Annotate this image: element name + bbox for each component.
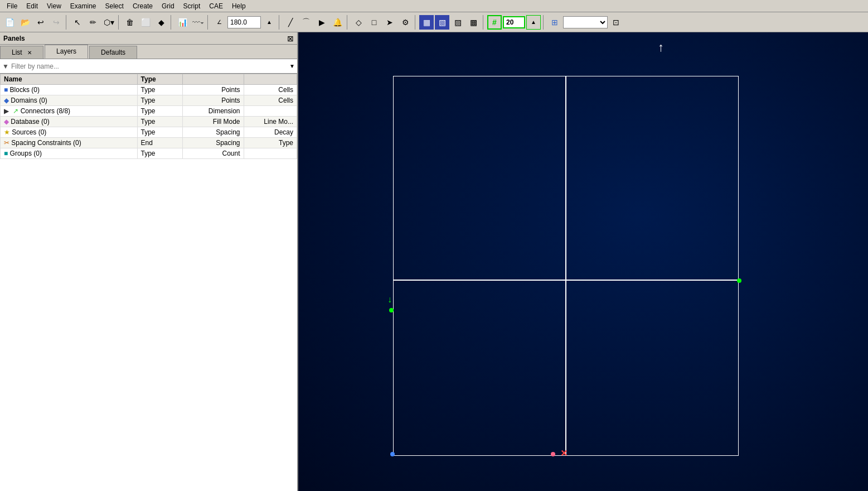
gear-tool[interactable]: ⚙ — [398, 15, 413, 30]
tabs-bar: List ✕ Layers Defaults — [0, 45, 297, 59]
menu-cae[interactable]: CAE — [205, 1, 227, 11]
sep7 — [415, 15, 417, 30]
left-panel: Panels ⊠ List ✕ Layers Defaults ▼ ▼ — [0, 32, 298, 491]
row-type: Type — [137, 106, 183, 117]
zoom-select[interactable]: ⊡ — [609, 15, 623, 30]
row-icon: ■ — [4, 86, 8, 94]
angle-spinner-up[interactable]: ▲ — [262, 15, 277, 30]
blue-corner-dot — [390, 452, 395, 456]
green-down-arrow: ↓ — [387, 295, 392, 305]
diamond2-btn[interactable]: ◇ — [351, 15, 366, 30]
green-vertex-dot — [389, 308, 394, 312]
arrow-tool[interactable]: ➤ — [382, 15, 397, 30]
chart-button[interactable]: 📊 — [175, 15, 190, 30]
menu-edit[interactable]: Edit — [22, 1, 42, 11]
sep8 — [483, 15, 485, 30]
frame-button[interactable]: ⬜ — [138, 15, 153, 30]
table-row[interactable]: ✂ Spacing Constraints (0) End Spacing Ty… — [1, 138, 297, 148]
row-type: Type — [137, 127, 183, 138]
row-icon: ■ — [4, 150, 8, 157]
sep4 — [207, 15, 210, 30]
diamond-button[interactable]: ◆ — [154, 15, 168, 30]
row-name: ✂ Spacing Constraints (0) — [1, 138, 138, 148]
line-tool[interactable]: ╱ — [283, 15, 298, 30]
table-row[interactable]: ★ Sources (0) Type Spacing Decay — [1, 127, 297, 138]
grid-btn1[interactable]: ▦ — [419, 15, 434, 30]
row-col3: Points — [183, 85, 244, 95]
row-col3: Spacing — [183, 138, 244, 148]
pointer-tool[interactable]: ▶ — [314, 15, 329, 30]
select-button[interactable]: ↖ — [70, 15, 85, 30]
row-col4 — [244, 106, 297, 117]
table-row[interactable]: ◆ Database (0) Type Fill Mode Line Mo... — [1, 117, 297, 127]
wave-button[interactable]: 〰▾ — [191, 15, 205, 30]
square-tool[interactable]: □ — [367, 15, 381, 30]
tab-list-close[interactable]: ✕ — [27, 50, 32, 56]
row-col4: Line Mo... — [244, 117, 297, 127]
bell-tool[interactable]: 🔔 — [330, 15, 345, 30]
grid-btn2[interactable]: ▧ — [435, 15, 449, 30]
angle-display: ∠ — [212, 15, 226, 30]
canvas-viewport[interactable]: ↑ ↓ ✕ — [298, 32, 868, 491]
row-col3: Dimension — [183, 106, 244, 117]
sep3 — [171, 15, 173, 30]
tab-layers[interactable]: Layers — [45, 45, 88, 59]
zoom-fit[interactable]: ⊞ — [547, 15, 562, 30]
toolbar: 📄 📂 ↩ ↪ ↖ ✏ ⬡▾ 🗑 ⬜ ◆ 📊 〰▾ ∠ 180.0 ▲ ╱ ⌒ … — [0, 12, 868, 32]
menu-help[interactable]: Help — [227, 1, 250, 11]
col-4 — [244, 74, 297, 85]
menu-create[interactable]: Create — [128, 1, 157, 11]
row-col3: Spacing — [183, 127, 244, 138]
menu-script[interactable]: Script — [179, 1, 205, 11]
row-icon: ◆ — [4, 118, 9, 126]
table-row[interactable]: ▶ ↗ Connectors (8/8) Type Dimension — [1, 106, 297, 117]
panels-close-button[interactable]: ⊠ — [287, 34, 294, 43]
row-col4 — [244, 148, 297, 159]
row-name: ★ Sources (0) — [1, 127, 138, 138]
list-container: Name Type ■ Blocks (0) Type Point — [0, 74, 297, 491]
table-row[interactable]: ◆ Domains (0) Type Points Cells — [1, 95, 297, 106]
col-type: Type — [137, 74, 183, 85]
filter-input[interactable] — [11, 62, 289, 70]
filter-dropdown-arrow[interactable]: ▼ — [289, 63, 295, 69]
menu-grid[interactable]: Grid — [157, 1, 179, 11]
sep5 — [279, 15, 281, 30]
row-icon: ↗ — [13, 107, 18, 115]
curve-tool[interactable]: ⌒ — [299, 15, 313, 30]
hash-btn[interactable]: # — [487, 15, 502, 30]
col-3 — [183, 74, 244, 85]
grid-btn4[interactable]: ▩ — [466, 15, 481, 30]
delete-button[interactable]: 🗑 — [123, 15, 137, 30]
grid-rect-bottom-left — [393, 280, 566, 456]
panels-title: Panels — [3, 35, 25, 42]
table-row[interactable]: ■ Blocks (0) Type Points Cells — [1, 85, 297, 95]
row-col4: Type — [244, 138, 297, 148]
angle-input[interactable]: 180.0 — [227, 16, 261, 28]
tab-defaults[interactable]: Defaults — [89, 46, 137, 59]
menu-select[interactable]: Select — [101, 1, 128, 11]
zoom-dropdown[interactable] — [563, 16, 608, 28]
number-input[interactable]: 20 — [503, 16, 525, 28]
shape-dropdown[interactable]: ⬡▾ — [101, 15, 116, 30]
undo-button[interactable]: ↩ — [33, 15, 48, 30]
menu-view[interactable]: View — [42, 1, 66, 11]
menu-examine[interactable]: Examine — [66, 1, 101, 11]
sep6 — [347, 15, 349, 30]
north-arrow: ↑ — [658, 40, 664, 55]
row-col4: Cells — [244, 85, 297, 95]
menu-file[interactable]: File — [2, 1, 22, 11]
sep1 — [66, 15, 68, 30]
table-row[interactable]: ■ Groups (0) Type Count — [1, 148, 297, 159]
expand-arrow[interactable]: ▶ — [4, 107, 9, 115]
grid-btn3[interactable]: ▨ — [450, 15, 465, 30]
tab-list[interactable]: List ✕ — [0, 46, 43, 59]
row-col3: Fill Mode — [183, 117, 244, 127]
row-col3: Count — [183, 148, 244, 159]
row-icon: ★ — [4, 128, 10, 136]
new-button[interactable]: 📄 — [2, 15, 17, 30]
redo-button[interactable]: ↪ — [49, 15, 64, 30]
connector-button[interactable]: ✏ — [86, 15, 100, 30]
open-button[interactable]: 📂 — [18, 15, 32, 30]
number-spinner[interactable]: ▲ — [526, 15, 541, 30]
row-col4: Decay — [244, 127, 297, 138]
